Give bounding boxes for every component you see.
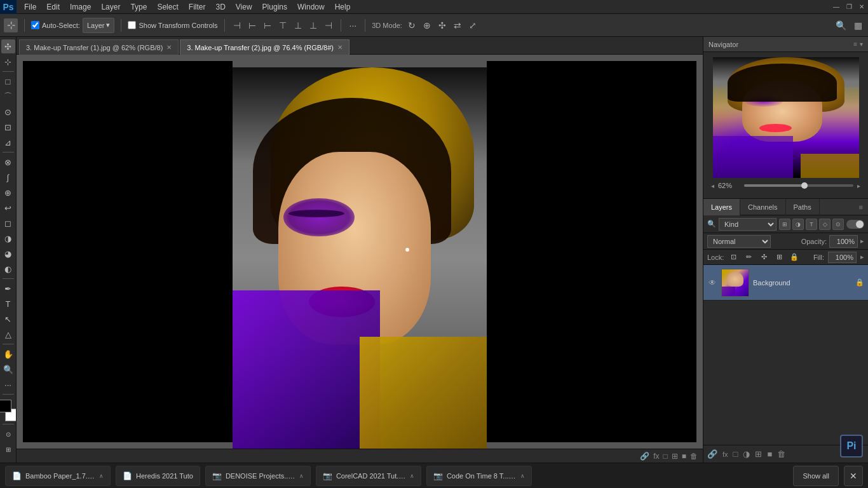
lock-position-icon[interactable]: ✣ — [758, 252, 770, 263]
layer-dropdown-button[interactable]: Layer ▾ — [83, 18, 115, 33]
menu-window[interactable]: Window — [292, 1, 330, 13]
tab-layers[interactable]: Layers — [703, 199, 740, 215]
zoom-slider-thumb[interactable] — [801, 182, 808, 189]
navigator-collapse-icon[interactable]: ▾ — [860, 41, 863, 48]
layer-delete-icon[interactable]: 🗑 — [777, 449, 785, 459]
quick-select-tool[interactable]: ⊙ — [1, 105, 15, 119]
menu-image[interactable]: Image — [65, 1, 96, 13]
3d-rotate-icon[interactable]: ↻ — [406, 20, 417, 30]
pi-badge[interactable]: Pi — [840, 435, 863, 458]
zoom-slider[interactable] — [744, 184, 853, 187]
more-tools[interactable]: ··· — [1, 377, 15, 391]
canvas-container[interactable] — [17, 55, 703, 449]
workspace-icon[interactable]: ▦ — [852, 20, 864, 30]
align-bottom-icon[interactable]: ⊥ — [308, 20, 319, 30]
layer-filter-dropdown[interactable]: Kind — [719, 218, 776, 231]
blend-mode-dropdown[interactable]: Normal — [707, 235, 771, 248]
spot-healing-tool[interactable]: ⊗ — [1, 155, 15, 169]
fill-options-icon[interactable]: ▸ — [860, 253, 864, 261]
denoise-arrow[interactable]: ∧ — [299, 473, 304, 479]
new-layer-icon[interactable]: ⊞ — [672, 452, 678, 461]
filter-smart-icon[interactable]: ⊙ — [832, 219, 844, 230]
distribute-icon[interactable]: ⊣ — [323, 20, 334, 30]
foreground-color-swatch[interactable] — [0, 400, 11, 412]
menu-select[interactable]: Select — [152, 1, 183, 13]
filter-toggle[interactable] — [846, 220, 864, 229]
taskbar-codeon[interactable]: 📷 Code On Time 8 T...jpg ∧ — [426, 466, 532, 486]
pen-tool[interactable]: ✒ — [1, 281, 15, 295]
menu-file[interactable]: File — [19, 1, 41, 13]
menu-view[interactable]: View — [231, 1, 257, 13]
taskbar-heredis[interactable]: 📄 Heredis 2021 Tuto — [116, 466, 200, 486]
lock-artboard-icon[interactable]: ⊞ — [773, 252, 785, 263]
codeon-arrow[interactable]: ∧ — [520, 473, 525, 479]
link-icon[interactable]: 🔗 — [640, 452, 649, 461]
fill-input[interactable] — [828, 252, 857, 263]
zoom-tool[interactable]: 🔍 — [1, 362, 15, 376]
group-layers-icon[interactable]: ■ — [682, 452, 686, 461]
move-tool-button[interactable]: ⊹ — [4, 18, 18, 32]
menu-3d[interactable]: 3D — [210, 1, 230, 13]
search-icon[interactable]: 🔍 — [834, 20, 848, 30]
zoom-in-button[interactable]: ▸ — [857, 182, 860, 189]
menu-edit[interactable]: Edit — [41, 1, 65, 13]
lock-paint-icon[interactable]: ✏ — [743, 252, 754, 263]
lasso-tool[interactable]: ⌒ — [1, 90, 15, 104]
fx-label[interactable]: fx — [653, 452, 659, 461]
dodge-tool[interactable]: ◐ — [1, 262, 15, 276]
hand-tool[interactable]: ✋ — [1, 347, 15, 361]
layers-panel-menu-icon[interactable]: ≡ — [854, 203, 868, 211]
tab-paths[interactable]: Paths — [786, 199, 820, 215]
menu-filter[interactable]: Filter — [184, 1, 211, 13]
layer-background[interactable]: 👁 Background 🔒 — [703, 265, 868, 301]
taskbar-bamboo[interactable]: 📄 Bamboo Paper_1.7....txt ∧ — [5, 466, 111, 486]
align-left-icon[interactable]: ⊣ — [231, 20, 243, 30]
taskbar-denoise[interactable]: 📷 DENOISE Projects....jpg ∧ — [205, 466, 311, 486]
tab1-close[interactable]: ✕ — [166, 44, 172, 51]
rectangular-marquee-tool[interactable]: □ — [1, 74, 15, 88]
filter-adjustment-icon[interactable]: ◑ — [792, 219, 804, 230]
menu-layer[interactable]: Layer — [96, 1, 125, 13]
3d-scale-icon[interactable]: ⤢ — [467, 20, 478, 30]
zoom-out-button[interactable]: ◂ — [711, 182, 714, 189]
align-center-h-icon[interactable]: ⊥ — [292, 20, 304, 30]
gradient-tool[interactable]: ◑ — [1, 231, 15, 245]
tab-channels[interactable]: Channels — [740, 199, 785, 215]
maximize-button[interactable]: ❐ — [843, 0, 855, 14]
taskbar-coreldcad[interactable]: 📷 CorelCAD 2021 Tut...jpg ∧ — [316, 466, 421, 486]
path-selection-tool[interactable]: ↖ — [1, 312, 15, 326]
show-transform-input[interactable] — [128, 21, 136, 29]
eyedropper-tool[interactable]: ⊿ — [1, 135, 15, 149]
artboard-tool[interactable]: ⊹ — [1, 55, 15, 69]
clone-stamp-tool[interactable]: ⊕ — [1, 186, 15, 200]
align-right-icon[interactable]: ⊢ — [262, 20, 273, 30]
doc-tab-1[interactable]: 3. Make-up Transfer (1).jpg @ 62% (RGB/8… — [19, 39, 179, 55]
delete-layer-icon[interactable]: 🗑 — [690, 452, 698, 461]
add-mask-icon[interactable]: □ — [663, 452, 668, 461]
3d-pan-icon[interactable]: ✣ — [437, 20, 448, 30]
bamboo-arrow[interactable]: ∧ — [99, 473, 104, 479]
tab2-close[interactable]: ✕ — [337, 44, 342, 51]
lock-transparency-icon[interactable]: ⊡ — [728, 252, 739, 263]
auto-select-checkbox[interactable]: Auto-Select: Layer ▾ — [31, 18, 114, 33]
layer-visibility-toggle[interactable]: 👁 — [707, 278, 717, 288]
text-tool[interactable]: T — [1, 297, 15, 311]
align-center-v-icon[interactable]: ⊢ — [247, 20, 258, 30]
layer-group-icon[interactable]: ⊞ — [755, 449, 762, 459]
3d-slide-icon[interactable]: ⇄ — [452, 20, 463, 30]
shape-tool[interactable]: △ — [1, 327, 15, 341]
filter-pixel-icon[interactable]: ⊞ — [779, 219, 790, 230]
show-transform-checkbox[interactable]: Show Transform Controls — [128, 21, 217, 29]
layer-link-icon[interactable]: 🔗 — [707, 449, 717, 459]
blur-tool[interactable]: ◕ — [1, 247, 15, 261]
eraser-tool[interactable]: ◻ — [1, 216, 15, 230]
navigator-menu-icon[interactable]: ≡ — [853, 41, 857, 48]
minimize-button[interactable]: — — [830, 0, 843, 14]
auto-select-input[interactable] — [31, 21, 39, 29]
close-button[interactable]: ✕ — [855, 0, 868, 14]
quick-mask-mode[interactable]: ⊙ — [1, 427, 15, 441]
layer-new-icon[interactable]: ■ — [767, 449, 772, 459]
menu-type[interactable]: Type — [125, 1, 152, 13]
layer-adjustment-icon[interactable]: ◑ — [743, 449, 750, 459]
layer-mask-icon[interactable]: □ — [733, 449, 738, 459]
